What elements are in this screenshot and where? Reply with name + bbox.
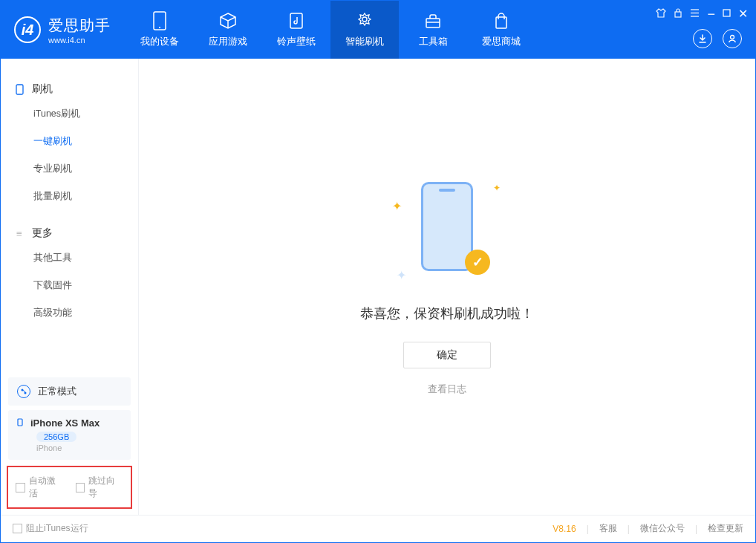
options-row: 自动激活 跳过向导: [7, 466, 132, 509]
update-link[interactable]: 检查更新: [708, 522, 743, 535]
svg-rect-2: [290, 13, 302, 28]
logo[interactable]: i4 爱思助手 www.i4.cn: [1, 16, 126, 45]
device-icon: [150, 11, 169, 30]
nav-ringtones[interactable]: 铃声壁纸: [262, 1, 330, 59]
lock-icon[interactable]: [674, 8, 682, 20]
checkbox-icon: [16, 483, 25, 492]
ringtones-icon: [287, 11, 306, 30]
section-label: 更多: [32, 227, 53, 240]
divider: |: [628, 524, 630, 534]
device-card-icon: [17, 417, 23, 429]
maximize-icon[interactable]: [723, 8, 731, 19]
skip-wizard-checkbox[interactable]: 跳过向导: [76, 475, 124, 500]
success-illustration: ✦ ✦ ✦ ✓: [395, 178, 499, 282]
success-message: 恭喜您，保资料刷机成功啦！: [360, 305, 534, 322]
user-button[interactable]: [723, 29, 742, 48]
minimize-icon[interactable]: −: [707, 10, 715, 18]
sidebar-item-other[interactable]: 其他工具: [1, 244, 138, 272]
sparkle-icon: ✦: [397, 268, 406, 282]
wechat-link[interactable]: 微信公众号: [640, 522, 685, 535]
more-header[interactable]: ≡ 更多: [1, 222, 138, 244]
support-link[interactable]: 客服: [599, 522, 617, 535]
nav-label: 爱思商城: [482, 35, 521, 48]
nav-store[interactable]: 爱思商城: [467, 1, 535, 59]
version-label: V8.16: [553, 524, 576, 534]
nav: 我的设备 应用游戏 铃声壁纸 智能刷机 工具箱 爱思商城: [126, 1, 535, 59]
store-icon: [492, 11, 511, 30]
app-subtitle: www.i4.cn: [48, 36, 111, 45]
app-title: 爱思助手: [48, 16, 111, 36]
checkbox-label: 自动激活: [29, 475, 64, 500]
logo-text: 爱思助手 www.i4.cn: [48, 16, 111, 45]
sparkle-icon: ✦: [392, 199, 402, 213]
shirt-icon[interactable]: [656, 8, 666, 20]
svg-rect-4: [426, 19, 440, 27]
storage-pill: 256GB: [36, 432, 76, 442]
ok-button[interactable]: 确定: [403, 342, 491, 368]
nav-flash[interactable]: 智能刷机: [330, 1, 399, 59]
flash-header[interactable]: 刷机: [1, 78, 138, 100]
device-name: iPhone XS Max: [30, 417, 100, 429]
sidebar-item-oneclick[interactable]: 一键刷机: [1, 128, 138, 155]
sidebar-item-itunes[interactable]: iTunes刷机: [1, 100, 138, 128]
mode-card[interactable]: 正常模式: [8, 377, 131, 406]
apps-icon: [218, 11, 238, 30]
checkbox-icon: [13, 524, 22, 533]
mode-icon: [17, 385, 30, 398]
close-icon[interactable]: ✕: [738, 7, 748, 21]
phone-icon: [14, 84, 25, 94]
device-type: iPhone: [36, 443, 122, 452]
header: i4 爱思助手 www.i4.cn 我的设备 应用游戏 铃声壁纸 智能刷机 工具…: [1, 1, 755, 59]
main-content: ✦ ✦ ✦ ✓ 恭喜您，保资料刷机成功啦！ 确定 查看日志: [139, 59, 755, 515]
more-section: ≡ 更多 其他工具 下载固件 高级功能: [1, 216, 138, 333]
more-icon: ≡: [14, 228, 25, 238]
flash-section: 刷机 iTunes刷机 一键刷机 专业刷机 批量刷机: [1, 72, 138, 216]
divider: |: [695, 524, 697, 534]
logo-icon: i4: [14, 16, 41, 43]
svg-point-12: [731, 36, 734, 39]
nav-label: 应用游戏: [209, 35, 247, 48]
nav-apps[interactable]: 应用游戏: [194, 1, 262, 59]
svg-rect-11: [723, 10, 730, 16]
divider: |: [587, 524, 589, 534]
sidebar-item-pro[interactable]: 专业刷机: [1, 155, 138, 183]
sidebar-item-advanced[interactable]: 高级功能: [1, 299, 138, 327]
sidebar: 刷机 iTunes刷机 一键刷机 专业刷机 批量刷机 ≡ 更多 其他工具 下载固…: [1, 59, 139, 515]
svg-rect-6: [496, 17, 506, 28]
nav-device[interactable]: 我的设备: [126, 1, 194, 59]
svg-rect-7: [675, 12, 681, 17]
sparkle-icon: ✦: [493, 183, 501, 193]
download-button[interactable]: [693, 29, 712, 48]
sidebar-bottom: 正常模式 iPhone XS Max 256GB iPhone 自动激活 跳过向…: [1, 373, 138, 515]
nav-label: 我的设备: [140, 35, 179, 48]
sidebar-item-batch[interactable]: 批量刷机: [1, 183, 138, 210]
flash-icon: [355, 11, 374, 30]
sidebar-item-firmware[interactable]: 下载固件: [1, 272, 138, 299]
nav-toolbox[interactable]: 工具箱: [399, 1, 467, 59]
svg-rect-16: [18, 419, 22, 426]
checkmark-icon: ✓: [465, 250, 490, 275]
nav-label: 工具箱: [419, 35, 448, 48]
checkbox-label: 跳过向导: [88, 475, 123, 500]
device-card[interactable]: iPhone XS Max 256GB iPhone: [8, 410, 131, 460]
auto-activate-checkbox[interactable]: 自动激活: [16, 475, 64, 500]
section-label: 刷机: [32, 82, 53, 96]
checkbox-icon: [76, 483, 85, 492]
svg-rect-13: [16, 85, 23, 94]
nav-label: 智能刷机: [345, 35, 384, 48]
svg-point-1: [159, 27, 160, 28]
checkbox-label: 阻止iTunes运行: [26, 522, 88, 535]
menu-icon[interactable]: [690, 8, 700, 19]
toolbox-icon: [423, 11, 443, 30]
body: 刷机 iTunes刷机 一键刷机 专业刷机 批量刷机 ≡ 更多 其他工具 下载固…: [1, 59, 755, 515]
titlebar-controls: − ✕: [656, 7, 748, 21]
footer: 阻止iTunes运行 V8.16 | 客服 | 微信公众号 | 检查更新: [1, 515, 755, 542]
mode-label: 正常模式: [38, 385, 76, 398]
svg-point-3: [362, 17, 367, 22]
nav-label: 铃声壁纸: [277, 35, 316, 48]
block-itunes-checkbox[interactable]: 阻止iTunes运行: [13, 522, 88, 535]
view-log-link[interactable]: 查看日志: [428, 383, 466, 396]
header-right: [693, 29, 742, 48]
